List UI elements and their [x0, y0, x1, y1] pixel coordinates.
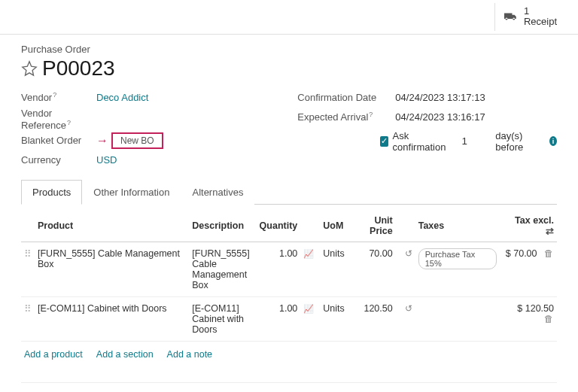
- vendor-value[interactable]: Deco Addict: [96, 92, 148, 103]
- tab-products[interactable]: Products: [21, 180, 82, 205]
- line-taxexcl: $ 70.00: [506, 248, 537, 259]
- days-before-label: day(s) before: [495, 130, 540, 153]
- line-qty[interactable]: 1.00: [257, 296, 301, 341]
- order-lines-table: Product Description Quantity UoM Unit Pr…: [21, 211, 557, 342]
- expected-value[interactable]: 04/24/2023 13:16:17: [395, 111, 485, 123]
- currency-label: Currency: [21, 154, 96, 166]
- receipt-stat-button[interactable]: 1 Receipt: [494, 3, 566, 31]
- line-uom[interactable]: Units: [320, 296, 347, 341]
- expected-label: Expected Arrival: [297, 112, 368, 123]
- days-input[interactable]: [453, 135, 476, 147]
- info-icon[interactable]: i: [549, 136, 557, 146]
- col-product[interactable]: Product: [35, 211, 189, 242]
- line-taxexcl: $ 120.50: [517, 303, 554, 314]
- column-settings-icon[interactable]: ⇄: [546, 226, 554, 237]
- line-description[interactable]: [E-COM11] Cabinet with Doors: [189, 296, 256, 341]
- doc-number: P00023: [42, 56, 115, 81]
- doc-type-label: Purchase Order: [21, 44, 557, 55]
- drag-handle-icon[interactable]: ⠿: [21, 242, 35, 296]
- confirm-date-label: Confirmation Date: [297, 92, 395, 103]
- currency-value[interactable]: USD: [96, 154, 117, 166]
- delete-line-icon[interactable]: 🗑: [544, 248, 554, 259]
- right-fields: Confirmation Date 04/24/2023 13:17:13 Ex…: [297, 88, 557, 170]
- col-tax-excl[interactable]: Tax excl.: [515, 215, 554, 226]
- receipt-label: Receipt: [524, 17, 557, 27]
- line-product[interactable]: [FURN_5555] Cable Management Box: [35, 242, 189, 296]
- drag-handle-icon[interactable]: ⠿: [21, 296, 35, 341]
- add-product-link[interactable]: Add a product: [24, 349, 83, 360]
- left-fields: Vendor? Deco Addict Vendor Reference? Bl…: [21, 88, 279, 170]
- reset-price-icon[interactable]: ↺: [405, 248, 412, 259]
- reset-price-icon[interactable]: ↺: [405, 303, 412, 314]
- table-row[interactable]: ⠿ [E-COM11] Cabinet with Doors [E-COM11]…: [21, 296, 557, 341]
- add-section-link[interactable]: Add a section: [96, 349, 154, 360]
- col-unit-price[interactable]: Unit Price: [348, 211, 396, 242]
- tabs: Products Other Information Alternatives: [21, 179, 557, 205]
- favorite-star-icon[interactable]: [21, 60, 38, 77]
- top-bar: 1 Receipt: [0, 0, 578, 35]
- vendor-label: Vendor: [21, 93, 52, 104]
- confirm-date-value: 04/24/2023 13:17:13: [395, 92, 485, 103]
- blanket-order-value[interactable]: New BO: [111, 132, 163, 149]
- ask-confirmation-checkbox[interactable]: ✓: [380, 136, 388, 147]
- table-row[interactable]: ⠿ [FURN_5555] Cable Management Box [FURN…: [21, 242, 557, 296]
- line-price[interactable]: 120.50: [364, 303, 392, 314]
- add-links: Add a product Add a section Add a note: [21, 342, 557, 367]
- line-price[interactable]: 70.00: [369, 248, 392, 259]
- col-uom[interactable]: UoM: [320, 211, 347, 242]
- tax-tag[interactable]: Purchase Tax 15%: [418, 248, 497, 269]
- highlight-arrow-icon: →: [96, 134, 108, 147]
- line-description[interactable]: [FURN_5555] Cable Management Box: [189, 242, 256, 296]
- tab-alternatives[interactable]: Alternatives: [181, 180, 254, 205]
- delete-line-icon[interactable]: 🗑: [544, 314, 554, 324]
- col-taxes[interactable]: Taxes: [415, 211, 500, 242]
- col-quantity[interactable]: Quantity: [257, 211, 301, 242]
- ask-confirmation-label: Ask confirmation: [393, 130, 449, 153]
- truck-icon: [504, 11, 518, 22]
- vendor-ref-label: Vendor Reference: [21, 108, 66, 131]
- col-description[interactable]: Description: [189, 211, 256, 242]
- line-uom[interactable]: Units: [320, 242, 347, 296]
- forecast-icon[interactable]: 📈: [303, 249, 314, 258]
- add-note-link[interactable]: Add a note: [167, 349, 212, 360]
- blanket-label: Blanket Order: [21, 135, 96, 146]
- forecast-icon[interactable]: 📈: [303, 304, 314, 313]
- receipt-count: 1: [524, 6, 557, 17]
- tab-other-information[interactable]: Other Information: [82, 180, 181, 205]
- line-product[interactable]: [E-COM11] Cabinet with Doors: [35, 296, 189, 341]
- line-qty[interactable]: 1.00: [257, 242, 301, 296]
- tax-cell[interactable]: [415, 296, 500, 341]
